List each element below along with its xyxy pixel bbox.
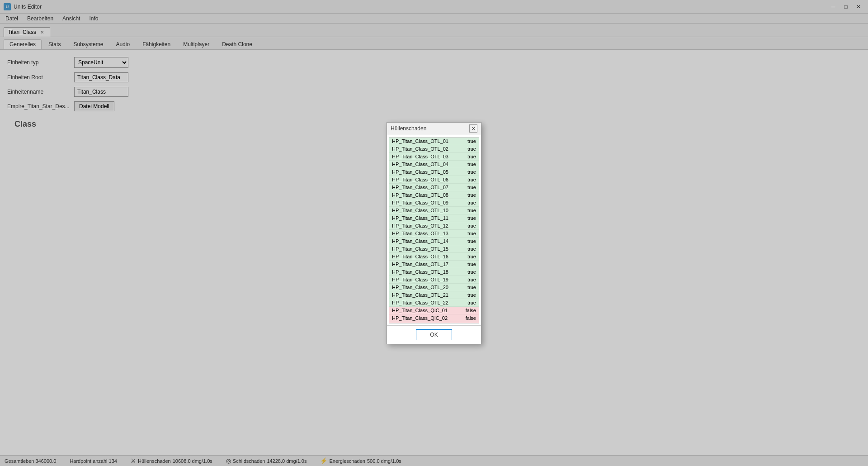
list-item[interactable]: HP_Titan_Class_OTL_08true [389,191,479,199]
list-item[interactable]: HP_Titan_Class_OTL_13true [389,230,479,238]
dialog-content: HP_Titan_Class_OTL_01trueHP_Titan_Class_… [387,135,481,325]
list-item[interactable]: HP_Titan_Class_QIC_03false [389,322,479,323]
list-item[interactable]: HP_Titan_Class_QIC_02false [389,314,479,322]
list-item[interactable]: HP_Titan_Class_OTL_03true [389,153,479,161]
list-item[interactable]: HP_Titan_Class_OTL_21true [389,291,479,299]
list-item[interactable]: HP_Titan_Class_OTL_04true [389,161,479,168]
list-item[interactable]: HP_Titan_Class_OTL_20true [389,284,479,291]
dialog-close-button[interactable]: ✕ [469,124,477,133]
list-item[interactable]: HP_Titan_Class_OTL_11true [389,214,479,222]
list-item[interactable]: HP_Titan_Class_QIC_01false [389,307,479,314]
list-item[interactable]: HP_Titan_Class_OTL_07true [389,184,479,191]
list-item[interactable]: HP_Titan_Class_OTL_16true [389,253,479,261]
dialog-overlay: Hüllenschaden ✕ HP_Titan_Class_OTL_01tru… [0,0,868,466]
dialog-title: Hüllenschaden [391,125,426,132]
list-item[interactable]: HP_Titan_Class_OTL_18true [389,268,479,276]
dialog-titlebar: Hüllenschaden ✕ [387,123,481,135]
list-item[interactable]: HP_Titan_Class_OTL_19true [389,276,479,284]
list-item[interactable]: HP_Titan_Class_OTL_05true [389,168,479,176]
list-item[interactable]: HP_Titan_Class_OTL_06true [389,176,479,184]
dialog-list[interactable]: HP_Titan_Class_OTL_01trueHP_Titan_Class_… [389,137,479,323]
list-item[interactable]: HP_Titan_Class_OTL_14true [389,238,479,245]
list-item[interactable]: HP_Titan_Class_OTL_02true [389,145,479,153]
list-item[interactable]: HP_Titan_Class_OTL_17true [389,261,479,268]
list-item[interactable]: HP_Titan_Class_OTL_01true [389,138,479,145]
list-item[interactable]: HP_Titan_Class_OTL_12true [389,222,479,230]
list-item[interactable]: HP_Titan_Class_OTL_22true [389,299,479,307]
list-item[interactable]: HP_Titan_Class_OTL_10true [389,207,479,214]
ok-button[interactable]: OK [416,329,452,340]
dialog-footer: OK [387,325,481,344]
list-item[interactable]: HP_Titan_Class_OTL_09true [389,199,479,207]
list-item[interactable]: HP_Titan_Class_OTL_15true [389,245,479,253]
hullenschaden-dialog: Hüllenschaden ✕ HP_Titan_Class_OTL_01tru… [387,122,481,344]
